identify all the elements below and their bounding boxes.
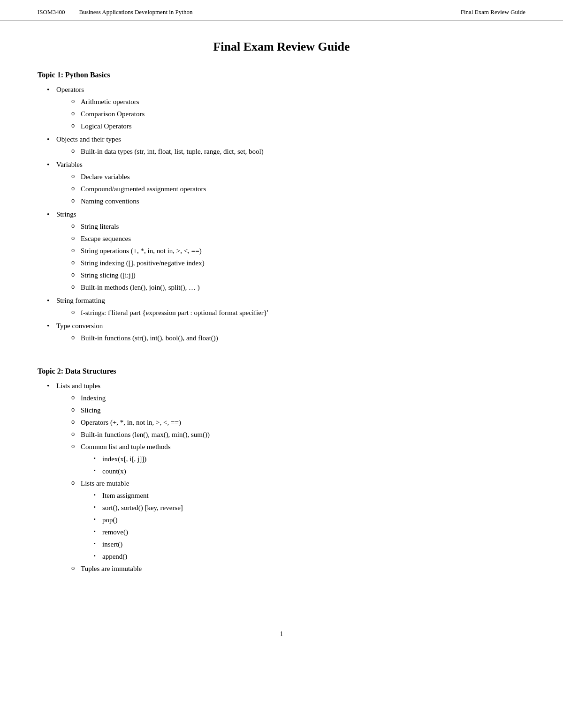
- list-item-compound: Compound/augmented assignment operators: [70, 183, 525, 195]
- common-methods-sublist: index(x[, i[, j]]) count(x): [81, 453, 525, 477]
- list-item-string-literals: String literals: [70, 221, 525, 232]
- list-item-remove: remove(): [94, 526, 525, 538]
- list-item-string-slicing: String slicing ([i:j]): [70, 270, 525, 281]
- course-name: Business Applications Development in Pyt…: [79, 8, 193, 16]
- list-item-comparison: Comparison Operators: [70, 108, 525, 120]
- list-item-naming: Naming conventions: [70, 195, 525, 207]
- lists-tuples-sublist: Indexing Slicing Operators (+, *, in, no…: [56, 392, 525, 574]
- string-formatting-sublist: f-strings: f'literal part {expression pa…: [56, 307, 525, 318]
- header-doc-title: Final Exam Review Guide: [461, 8, 525, 16]
- mutable-sublist: Item assignment sort(), sorted() [key, r…: [81, 490, 525, 562]
- list-item-insert: insert(): [94, 539, 525, 550]
- variables-sublist: Declare variables Compound/augmented ass…: [56, 171, 525, 207]
- list-item-common-methods: Common list and tuple methods index(x[, …: [70, 441, 525, 477]
- list-item-string-formatting: String formatting f-strings: f'literal p…: [47, 295, 525, 318]
- list-item-objects: Objects and their types Built-in data ty…: [47, 134, 525, 157]
- list-item-immutable: Tuples are immutable: [70, 563, 525, 574]
- list-item-operators-lt: Operators (+, *, in, not in, >, <, ==): [70, 417, 525, 428]
- list-item-append: append(): [94, 551, 525, 562]
- list-item-string-indexing: String indexing ([], positive/negative i…: [70, 257, 525, 269]
- list-item-operators: Operators Arithmetic operators Compariso…: [47, 84, 525, 132]
- topic2-list: Lists and tuples Indexing Slicing Operat…: [38, 380, 525, 574]
- list-item-builtin-func: Built-in functions (len(), max(), min(),…: [70, 429, 525, 440]
- list-item-strings: Strings String literals Escape sequences…: [47, 209, 525, 293]
- main-title: Final Exam Review Guide: [38, 40, 525, 54]
- list-item-lists-tuples: Lists and tuples Indexing Slicing Operat…: [47, 380, 525, 574]
- page-number: 1: [0, 630, 563, 647]
- list-item-arithmetic: Arithmetic operators: [70, 96, 525, 107]
- list-item-slicing: Slicing: [70, 405, 525, 416]
- list-item-string-ops: String operations (+, *, in, not in, >, …: [70, 245, 525, 256]
- list-item-count-method: count(x): [94, 465, 525, 477]
- list-item-declare: Declare variables: [70, 171, 525, 182]
- strings-sublist: String literals Escape sequences String …: [56, 221, 525, 293]
- list-item-fstrings: f-strings: f'literal part {expression pa…: [70, 307, 525, 318]
- list-item-pop: pop(): [94, 514, 525, 525]
- list-item-mutable: Lists are mutable Item assignment sort()…: [70, 478, 525, 562]
- header-left: ISOM3400 Business Applications Developme…: [38, 8, 192, 16]
- list-item-string-methods: Built-in methods (len(), join(), split()…: [70, 282, 525, 293]
- topic1-heading: Topic 1: Python Basics: [38, 71, 525, 79]
- list-item-type-conversion: Type conversion Built-in functions (str(…: [47, 320, 525, 344]
- main-content: Final Exam Review Guide Topic 1: Python …: [0, 21, 563, 621]
- topic1-list: Operators Arithmetic operators Compariso…: [38, 84, 525, 344]
- list-item-indexing: Indexing: [70, 392, 525, 404]
- list-item-logical: Logical Operators: [70, 120, 525, 132]
- type-conversion-sublist: Built-in functions (str(), int(), bool()…: [56, 332, 525, 344]
- topic2-section: Topic 2: Data Structures Lists and tuple…: [38, 367, 525, 574]
- list-item-variables: Variables Declare variables Compound/aug…: [47, 159, 525, 207]
- page: ISOM3400 Business Applications Developme…: [0, 0, 563, 728]
- objects-sublist: Built-in data types (str, int, float, li…: [56, 146, 525, 157]
- list-item-sort: sort(), sorted() [key, reverse]: [94, 502, 525, 513]
- topic2-heading: Topic 2: Data Structures: [38, 367, 525, 375]
- list-item-escape: Escape sequences: [70, 233, 525, 244]
- list-item-item-assignment: Item assignment: [94, 490, 525, 501]
- list-item-index-method: index(x[, i[, j]]): [94, 453, 525, 465]
- operators-sublist: Arithmetic operators Comparison Operator…: [56, 96, 525, 132]
- course-code: ISOM3400: [38, 8, 65, 16]
- list-item-builtin-functions: Built-in functions (str(), int(), bool()…: [70, 332, 525, 344]
- topic1-section: Topic 1: Python Basics Operators Arithme…: [38, 71, 525, 344]
- list-item-builtin-types: Built-in data types (str, int, float, li…: [70, 146, 525, 157]
- page-header: ISOM3400 Business Applications Developme…: [0, 0, 563, 21]
